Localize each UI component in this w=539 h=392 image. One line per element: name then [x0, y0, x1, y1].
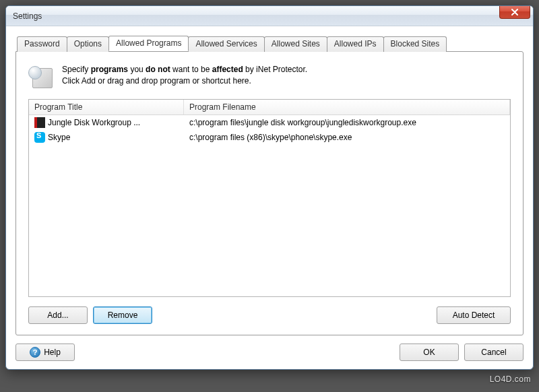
close-icon	[511, 9, 519, 15]
tab-allowed-programs[interactable]: Allowed Programs	[108, 36, 189, 51]
window-title: Settings	[13, 11, 42, 21]
tab-container: Password Options Allowed Programs Allowe…	[15, 36, 524, 335]
instruction-text: Specify programs you do not want to be a…	[62, 64, 307, 88]
content-area: Password Options Allowed Programs Allowe…	[6, 26, 533, 369]
settings-window: Settings Password Options Allowed Progra…	[5, 5, 534, 370]
cancel-button[interactable]: Cancel	[464, 344, 524, 361]
dialog-footer: ? Help OK Cancel	[15, 344, 524, 361]
tab-strip: Password Options Allowed Programs Allowe…	[15, 36, 524, 51]
tab-options[interactable]: Options	[67, 36, 109, 52]
instruction-row: Specify programs you do not want to be a…	[28, 64, 511, 88]
watermark-text: LO4D.com	[490, 374, 531, 384]
programs-listview[interactable]: Program Title Program Filename Jungle Di…	[28, 99, 511, 297]
add-button[interactable]: Add...	[28, 306, 88, 324]
cell-filename: c:\program files\jungle disk workgroup\j…	[184, 117, 510, 129]
listview-header: Program Title Program Filename	[29, 100, 510, 115]
tab-allowed-sites[interactable]: Allowed Sites	[264, 36, 327, 52]
cell-title: Skype	[29, 131, 184, 144]
auto-detect-button[interactable]: Auto Detect	[437, 306, 511, 324]
remove-button[interactable]: Remove	[93, 306, 152, 324]
column-header-title[interactable]: Program Title	[29, 100, 184, 115]
programs-icon	[28, 64, 53, 88]
jungle-disk-icon	[34, 117, 45, 128]
table-row[interactable]: Skype c:\program files (x86)\skype\phone…	[29, 130, 510, 145]
help-icon: ?	[30, 347, 40, 358]
panel-button-row: Add... Remove Auto Detect	[28, 306, 511, 324]
help-button[interactable]: ? Help	[15, 344, 75, 361]
table-row[interactable]: Jungle Disk Workgroup ... c:\program fil…	[29, 115, 510, 130]
titlebar[interactable]: Settings	[6, 6, 533, 26]
skype-icon	[34, 132, 45, 143]
column-header-filename[interactable]: Program Filename	[184, 100, 510, 115]
ok-button[interactable]: OK	[400, 344, 459, 361]
tab-panel-allowed-programs: Specify programs you do not want to be a…	[15, 51, 524, 335]
tab-password[interactable]: Password	[17, 36, 67, 52]
close-button[interactable]	[499, 5, 530, 19]
cell-filename: c:\program files (x86)\skype\phone\skype…	[184, 131, 510, 143]
tab-allowed-services[interactable]: Allowed Services	[188, 36, 264, 52]
cell-title: Jungle Disk Workgroup ...	[29, 116, 184, 129]
tab-allowed-ips[interactable]: Allowed IPs	[327, 36, 384, 52]
listview-body: Jungle Disk Workgroup ... c:\program fil…	[29, 115, 510, 296]
tab-blocked-sites[interactable]: Blocked Sites	[383, 36, 447, 52]
